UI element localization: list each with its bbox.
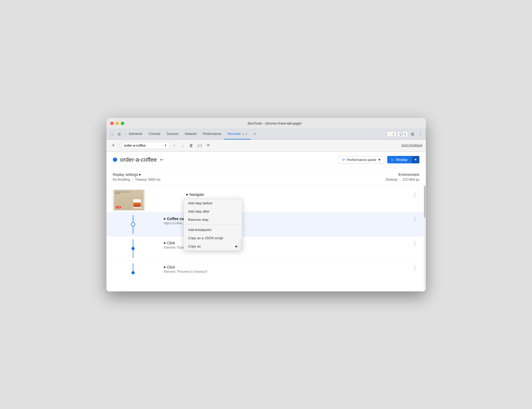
tab-console[interactable]: Console: [146, 129, 164, 139]
devtools-window: DevTools - chrome://new-tab-page/ ⬚ ⧉ El…: [106, 118, 426, 291]
steps-area: Espresso Macchiato$12.99 + Add: [106, 185, 426, 291]
tabs-bar: ⬚ ⧉ Elements Console Sources Network Per…: [106, 129, 426, 140]
warning-badge[interactable]: ⚠ 1: [387, 132, 396, 137]
step-expand-icon-4: ▶: [164, 266, 166, 268]
step-navigate[interactable]: Espresso Macchiato$12.99 + Add: [106, 188, 426, 212]
step-more-button-espresso[interactable]: ⋮: [410, 239, 419, 247]
tab-network[interactable]: Network: [182, 129, 200, 139]
replay-main-button[interactable]: ▷ Replay: [387, 156, 412, 163]
record-button[interactable]: ⟳: [205, 142, 212, 149]
environment-info: Environment Desktop | 372×804 px: [386, 172, 419, 181]
timeline-col-4: [106, 263, 160, 282]
delete-button[interactable]: 🗑: [188, 142, 195, 149]
toolbar-sep: [119, 143, 119, 148]
timeline-col-3: [106, 239, 160, 258]
recording-status-dot: [113, 158, 117, 162]
step-expand-icon-3: ▶: [164, 241, 166, 244]
step-more-button-checkout[interactable]: ⋮: [410, 263, 419, 271]
more-icon[interactable]: ⋮: [417, 131, 424, 137]
close-tab-icon[interactable]: ✕: [245, 132, 248, 136]
step-checkout-subtitle: Element "Proceed to checkout": [164, 270, 410, 274]
settings-icon[interactable]: ⚙: [409, 131, 416, 137]
maximize-button[interactable]: [121, 122, 124, 125]
coffee-cup-image: [133, 199, 141, 209]
tab-sources[interactable]: Sources: [164, 129, 182, 139]
scrollbar[interactable]: [424, 185, 426, 291]
timeline-dot-4: [131, 271, 135, 274]
traffic-lights: [110, 122, 124, 125]
step-checkout-title: ▶ Click: [164, 265, 410, 269]
recording-selector[interactable]: order-a-coffee ▼: [122, 142, 170, 149]
content-area: order-a-coffee ✏ ⟳ Performance panel ▼ ▷…: [106, 151, 426, 291]
new-recording-button[interactable]: +: [110, 142, 117, 149]
device-icon[interactable]: ⧉: [116, 131, 122, 137]
tab-recorder[interactable]: Recorder ▲ ✕: [224, 129, 251, 139]
step-more-button-coffee[interactable]: ⋮: [410, 215, 419, 223]
step-expand-icon-2: ▶: [164, 217, 166, 220]
replay-button-group: ▷ Replay ▼: [387, 156, 419, 163]
recording-name: order-a-coffee: [120, 156, 157, 163]
window-title: DevTools - chrome://new-tab-page/: [127, 121, 422, 125]
tab-sep-1: [125, 132, 125, 136]
step-thumbnail: Espresso Macchiato$12.99 + Add: [113, 189, 145, 211]
performance-panel-button[interactable]: ⟳ Performance panel ▼: [338, 156, 385, 164]
edit-name-icon[interactable]: ✏: [160, 157, 163, 162]
context-menu: Add step before Add step after Remove st…: [184, 199, 242, 251]
step-into-button[interactable]: ▷|: [196, 142, 204, 149]
ctx-add-breakpoint[interactable]: Add breakpoint: [184, 226, 242, 234]
dropdown-arrow-icon: ▼: [164, 144, 167, 147]
header-actions: ⟳ Performance panel ▼ ▷ Replay ▼: [338, 156, 419, 164]
chat-badge[interactable]: 💬 1: [398, 132, 407, 137]
tab-more[interactable]: »: [251, 129, 259, 139]
perf-panel-icon: ⟳: [342, 158, 345, 162]
ctx-remove-step[interactable]: Remove step: [184, 216, 242, 224]
step-expand-icon: ▶: [186, 193, 188, 196]
replay-settings-title: Replay settings ▶: [113, 172, 160, 177]
step-click-espresso[interactable]: ▶ Click Element "Espresso Macchiato" ⋮: [106, 237, 426, 261]
timeline-dot-2: [131, 222, 135, 226]
replay-settings: Replay settings ▶ No throttling | Timeou…: [113, 172, 160, 181]
perf-dropdown-arrow-icon: ▼: [378, 158, 381, 162]
minimize-button[interactable]: [116, 122, 119, 125]
coffee-price-text: Espresso Macchiato$12.99: [115, 191, 130, 194]
export-button[interactable]: ↑: [171, 142, 178, 149]
ctx-copy-json[interactable]: Copy as a JSON script: [184, 234, 242, 242]
step-coffee-cart[interactable]: ▶ Coffee cart https://coffee... ⋮: [106, 212, 426, 236]
step-more-button-navigate[interactable]: ⋮: [410, 191, 419, 199]
ctx-separator-1: [184, 225, 242, 225]
step-checkout-content: ▶ Click Element "Proceed to checkout": [160, 263, 410, 274]
replay-dropdown-button[interactable]: ▼: [412, 156, 419, 163]
scrollbar-thumb: [424, 186, 426, 218]
recording-header: order-a-coffee ✏ ⟳ Performance panel ▼ ▷…: [106, 152, 426, 168]
submenu-arrow-icon: ▶: [236, 245, 238, 248]
timeline-col-1: Espresso Macchiato$12.99 + Add: [106, 191, 160, 209]
close-button[interactable]: [110, 122, 114, 125]
settings-area: Replay settings ▶ No throttling | Timeou…: [106, 168, 426, 185]
tab-elements[interactable]: Elements: [126, 129, 146, 139]
tab-icon-group: ⬚ ⧉: [109, 131, 122, 137]
add-to-cart-text: + Add: [116, 206, 121, 208]
step-navigate-title: ▶ Navigate: [186, 192, 410, 197]
tab-performance[interactable]: Performance: [200, 129, 225, 139]
step-navigate-content: ▶ Navigate: [160, 191, 410, 197]
coffee-screenshot: Espresso Macchiato$12.99 + Add: [114, 190, 143, 210]
step-click-checkout[interactable]: ▶ Click Element "Proceed to checkout" ⋮: [106, 261, 426, 285]
send-feedback-link[interactable]: Send feedback: [401, 143, 422, 147]
replay-play-icon: ▷: [391, 158, 394, 162]
title-bar: DevTools - chrome://new-tab-page/: [106, 118, 426, 129]
settings-arrow-icon: ▶: [139, 173, 141, 176]
chat-icon: 💬: [399, 133, 403, 136]
tab-badges: ⚠ 1 💬 1 ⚙ ⋮: [387, 131, 423, 137]
import-button[interactable]: ↓: [179, 142, 187, 149]
ctx-copy-as[interactable]: Copy as ▶: [184, 242, 242, 250]
inspect-icon[interactable]: ⬚: [109, 131, 115, 137]
warning-icon: ⚠: [389, 133, 392, 136]
ctx-add-step-after[interactable]: Add step after: [184, 207, 242, 216]
toolbar: + order-a-coffee ▼ ↑ ↓ 🗑 ▷| ⟳ Send feedb…: [106, 140, 426, 151]
settings-details: No throttling | Timeout: 5000 ms: [113, 178, 160, 181]
timeline-dot-3: [131, 247, 135, 250]
ctx-add-step-before[interactable]: Add step before: [184, 199, 242, 207]
timeline-col-2: [106, 215, 160, 234]
